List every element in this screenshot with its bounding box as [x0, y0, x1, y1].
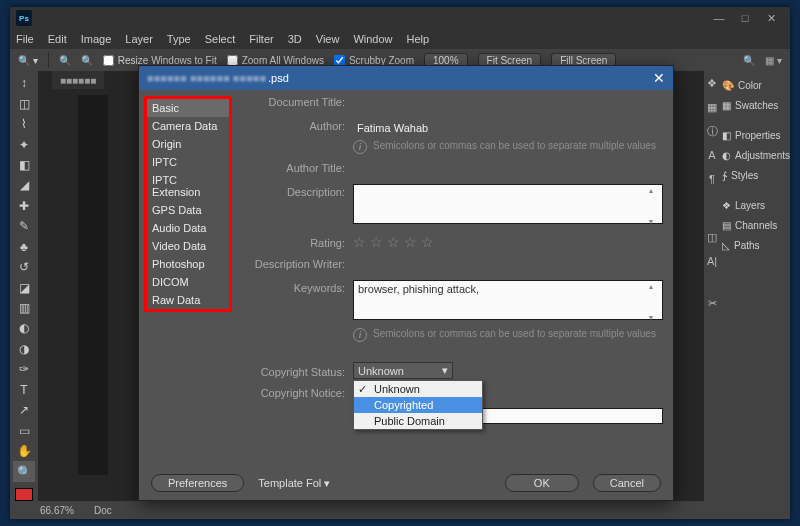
- category-basic[interactable]: Basic: [147, 99, 229, 117]
- menu-view[interactable]: View: [314, 33, 342, 45]
- menu-file[interactable]: File: [14, 33, 36, 45]
- zoom-tool-icon[interactable]: 🔍: [13, 461, 35, 481]
- stamp-tool-icon[interactable]: ♣: [13, 237, 35, 257]
- copyright-option-public-domain[interactable]: Public Domain: [354, 413, 482, 429]
- lasso-tool-icon[interactable]: ⌇: [13, 114, 35, 134]
- panel-styles[interactable]: ∱Styles: [720, 165, 790, 185]
- category-photoshop[interactable]: Photoshop: [147, 255, 229, 273]
- menu-filter[interactable]: Filter: [247, 33, 275, 45]
- star-icon[interactable]: ☆: [404, 234, 417, 250]
- crop-tool-icon[interactable]: ◧: [13, 155, 35, 175]
- star-icon[interactable]: ☆: [370, 234, 383, 250]
- menu-type[interactable]: Type: [165, 33, 193, 45]
- window-minimize-button[interactable]: —: [706, 9, 732, 27]
- glyphs-panel-icon[interactable]: ◫: [704, 229, 720, 245]
- author-input[interactable]: [353, 120, 663, 136]
- star-icon[interactable]: ☆: [387, 234, 400, 250]
- dodge-tool-icon[interactable]: ◑: [13, 339, 35, 359]
- window-maximize-button[interactable]: □: [732, 9, 758, 27]
- scrubby-zoom-checkbox[interactable]: Scrubby Zoom: [334, 55, 414, 66]
- category-iptc[interactable]: IPTC: [147, 153, 229, 171]
- tool-presets-panel-icon[interactable]: ✂: [704, 295, 720, 311]
- panel-color[interactable]: 🎨Color: [720, 75, 790, 95]
- move-tool-icon[interactable]: ↕: [13, 73, 35, 93]
- category-origin[interactable]: Origin: [147, 135, 229, 153]
- category-audio-data[interactable]: Audio Data: [147, 219, 229, 237]
- wand-tool-icon[interactable]: ✦: [13, 134, 35, 154]
- menu-image[interactable]: Image: [79, 33, 114, 45]
- zoom-tool-icon[interactable]: 🔍 ▾: [18, 55, 38, 66]
- histogram-panel-icon[interactable]: ▦: [704, 99, 720, 115]
- eyedropper-tool-icon[interactable]: ◢: [13, 175, 35, 195]
- cancel-button[interactable]: Cancel: [593, 474, 661, 492]
- history-panel-icon[interactable]: ❖: [704, 75, 720, 91]
- zoom-all-windows-checkbox[interactable]: Zoom All Windows: [227, 55, 324, 66]
- type-tool-icon[interactable]: T: [13, 380, 35, 400]
- rating-stars[interactable]: ☆ ☆ ☆ ☆ ☆: [353, 234, 663, 250]
- menu-select[interactable]: Select: [203, 33, 238, 45]
- panel-adjustments[interactable]: ◐Adjustments: [720, 145, 790, 165]
- template-folder-select[interactable]: Template Fol▾: [258, 477, 330, 490]
- author-title-input[interactable]: [353, 162, 663, 178]
- zoom-in-icon[interactable]: 🔍: [59, 55, 71, 66]
- menu-window[interactable]: Window: [351, 33, 394, 45]
- category-dicom[interactable]: DICOM: [147, 273, 229, 291]
- document-title-input[interactable]: [353, 96, 663, 112]
- brush-tool-icon[interactable]: ✎: [13, 216, 35, 236]
- label-copyright-notice: Copyright Notice:: [237, 385, 353, 399]
- foreground-color-swatch[interactable]: [15, 488, 33, 501]
- panel-swatches[interactable]: ▦Swatches: [720, 95, 790, 115]
- menu-help[interactable]: Help: [405, 33, 432, 45]
- hand-tool-icon[interactable]: ✋: [13, 441, 35, 461]
- pen-tool-icon[interactable]: ✑: [13, 359, 35, 379]
- copyright-status-select[interactable]: Unknown▾: [353, 362, 453, 379]
- window-close-button[interactable]: ✕: [758, 9, 784, 27]
- workspace-icon[interactable]: ▦ ▾: [765, 55, 782, 66]
- label-author: Author:: [237, 118, 353, 132]
- history-brush-tool-icon[interactable]: ↺: [13, 257, 35, 277]
- category-video-data[interactable]: Video Data: [147, 237, 229, 255]
- category-iptc-extension[interactable]: IPTC Extension: [147, 171, 229, 201]
- copyright-option-unknown[interactable]: Unknown: [354, 381, 482, 397]
- character-panel-icon[interactable]: A: [704, 147, 720, 163]
- panel-layers[interactable]: ❖Layers: [720, 195, 790, 215]
- description-writer-input[interactable]: [353, 258, 663, 274]
- dialog-close-icon[interactable]: ✕: [653, 70, 665, 86]
- doc-info[interactable]: Doc: [94, 505, 112, 516]
- document-tab[interactable]: ■■■■■■: [52, 71, 104, 89]
- actions-panel-icon[interactable]: A|: [704, 253, 720, 269]
- keywords-textarea[interactable]: [353, 280, 663, 320]
- ok-button[interactable]: OK: [505, 474, 579, 492]
- search-icon[interactable]: 🔍: [743, 55, 755, 66]
- menu-3d[interactable]: 3D: [286, 33, 304, 45]
- gradient-tool-icon[interactable]: ▥: [13, 298, 35, 318]
- category-raw-data[interactable]: Raw Data: [147, 291, 229, 309]
- description-textarea[interactable]: [353, 184, 663, 224]
- star-icon[interactable]: ☆: [421, 234, 434, 250]
- star-icon[interactable]: ☆: [353, 234, 366, 250]
- app-menubar: File Edit Image Layer Type Select Filter…: [10, 29, 790, 49]
- zoom-level[interactable]: 66.67%: [40, 505, 74, 516]
- copyright-option-copyrighted[interactable]: Copyrighted: [354, 397, 482, 413]
- category-column: Basic Camera Data Origin IPTC IPTC Exten…: [139, 90, 237, 466]
- panel-properties[interactable]: ◧Properties: [720, 125, 790, 145]
- menu-layer[interactable]: Layer: [123, 33, 155, 45]
- heal-tool-icon[interactable]: ✚: [13, 196, 35, 216]
- info-panel-icon[interactable]: ⓘ: [704, 123, 720, 139]
- zoom-out-icon[interactable]: 🔍: [81, 55, 93, 66]
- document-canvas[interactable]: [78, 95, 108, 475]
- dialog-titlebar: ■■■■■■ ■■■■■■ ■■■■■ .psd ✕: [139, 66, 673, 90]
- marquee-tool-icon[interactable]: ◫: [13, 93, 35, 113]
- panel-paths[interactable]: ◺Paths: [720, 235, 790, 255]
- shape-tool-icon[interactable]: ▭: [13, 420, 35, 440]
- panel-channels[interactable]: ▤Channels: [720, 215, 790, 235]
- preferences-button[interactable]: Preferences: [151, 474, 244, 492]
- menu-edit[interactable]: Edit: [46, 33, 69, 45]
- path-tool-icon[interactable]: ↗: [13, 400, 35, 420]
- resize-windows-checkbox[interactable]: Resize Windows to Fit: [103, 55, 217, 66]
- eraser-tool-icon[interactable]: ◪: [13, 277, 35, 297]
- category-camera-data[interactable]: Camera Data: [147, 117, 229, 135]
- blur-tool-icon[interactable]: ◐: [13, 318, 35, 338]
- paragraph-panel-icon[interactable]: ¶: [704, 171, 720, 187]
- category-gps-data[interactable]: GPS Data: [147, 201, 229, 219]
